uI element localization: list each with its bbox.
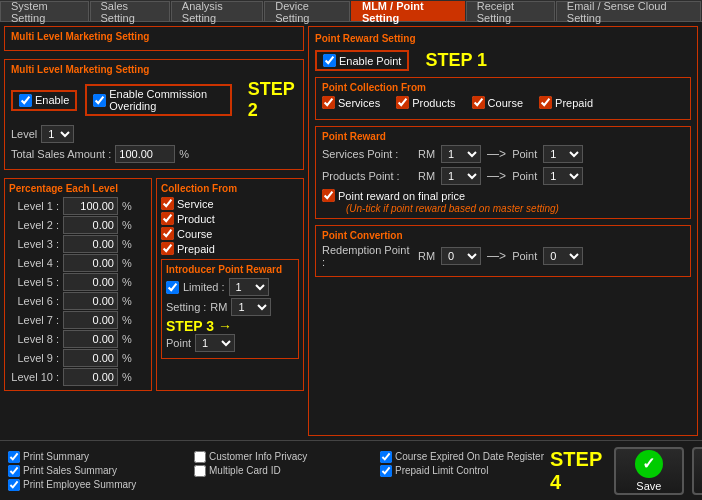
level-9-input[interactable] (63, 349, 118, 367)
prepaid-label: Prepaid (177, 243, 215, 255)
final-price-checkbox[interactable] (322, 189, 335, 202)
collection-section-title: Point Collection From (322, 82, 684, 93)
point-select[interactable]: 12 (195, 334, 235, 352)
enable-point-checkbox[interactable] (323, 54, 336, 67)
table-row: Level 10 : % (9, 368, 147, 386)
point-reward-subsection: Point Reward Services Point : RM 123 —> … (315, 126, 691, 219)
prepaid-limit-checkbox[interactable] (380, 465, 392, 477)
level-select[interactable]: 123 (41, 125, 74, 143)
redemption-rm-select[interactable]: 012 (441, 247, 481, 265)
save-button[interactable]: ✓ Save (614, 447, 684, 495)
limited-row: Limited : 12 (166, 278, 294, 296)
pt-services-checkbox[interactable] (322, 96, 335, 109)
final-price-wrap: Point reward on final price (322, 189, 684, 202)
enable-checkbox[interactable] (19, 94, 32, 107)
table-row: Level 1 : % (9, 197, 147, 215)
prepaid-checkbox-wrap: Prepaid (161, 242, 299, 255)
pt-products-checkbox[interactable] (396, 96, 409, 109)
tab-receipt[interactable]: Receipt Setting (466, 1, 555, 21)
course-expired-row: Course Expired On Date Register (380, 451, 550, 463)
limited-select[interactable]: 12 (229, 278, 269, 296)
close-button[interactable]: ✕ Close (692, 447, 702, 495)
tab-system[interactable]: System Setting (0, 1, 89, 21)
redemption-pt-select[interactable]: 012 (543, 247, 583, 265)
print-sales-label: Print Sales Summary (23, 465, 117, 476)
level-8-input[interactable] (63, 330, 118, 348)
tab-sales[interactable]: Sales Setting (90, 1, 170, 21)
services-rm-select[interactable]: 123 (441, 145, 481, 163)
pt-products-label: Products (412, 97, 455, 109)
print-sales-row: Print Sales Summary (8, 465, 178, 477)
customer-info-label: Customer Info Privacy (209, 451, 307, 462)
right-mid-section: Collection From Service Product Course (156, 178, 304, 391)
step1-label: STEP 1 (425, 50, 487, 71)
services-point-label: Services Point : (322, 148, 412, 160)
level-label: Level (11, 128, 37, 140)
pt-course-checkbox[interactable] (472, 96, 485, 109)
services-pt-select[interactable]: 123 (543, 145, 583, 163)
level-2-label: Level 2 : (9, 219, 59, 231)
course-checkbox-wrap: Course (161, 227, 299, 240)
limited-checkbox[interactable] (166, 281, 179, 294)
pt-products-wrap: Products (396, 96, 455, 109)
level-5-input[interactable] (63, 273, 118, 291)
tab-email[interactable]: Email / Sense Cloud Setting (556, 1, 701, 21)
product-checkbox[interactable] (161, 212, 174, 225)
multiple-card-checkbox[interactable] (194, 465, 206, 477)
point-label-i: Point (166, 337, 191, 349)
level-5-label: Level 5 : (9, 276, 59, 288)
print-sales-checkbox[interactable] (8, 465, 20, 477)
level-2-input[interactable] (63, 216, 118, 234)
level-10-input[interactable] (63, 368, 118, 386)
prepaid-limit-row: Prepaid Limit Control (380, 465, 550, 477)
percentage-title: Percentage Each Level (9, 183, 147, 194)
table-row: Level 2 : % (9, 216, 147, 234)
print-summary-checkbox[interactable] (8, 451, 20, 463)
level-6-input[interactable] (63, 292, 118, 310)
level-7-input[interactable] (63, 311, 118, 329)
pt-prepaid-wrap: Prepaid (539, 96, 593, 109)
pt-services-wrap: Services (322, 96, 380, 109)
note-wrap: (Un-tick if point reward based on master… (338, 202, 684, 214)
setting-select[interactable]: 12 (231, 298, 271, 316)
service-checkbox[interactable] (161, 197, 174, 210)
tab-device[interactable]: Device Setting (264, 1, 350, 21)
level-7-label: Level 7 : (9, 314, 59, 326)
conversion-title: Point Convertion (322, 230, 684, 241)
products-rm-select[interactable]: 123 (441, 167, 481, 185)
pt-prepaid-checkbox[interactable] (539, 96, 552, 109)
step2-label: STEP 2 (248, 79, 297, 121)
products-pt-label: Point (512, 170, 537, 182)
collection-from-title: Collection From (161, 183, 299, 194)
pt-course-wrap: Course (472, 96, 523, 109)
tab-analysis[interactable]: Analysis Setting (171, 1, 263, 21)
customer-info-checkbox[interactable] (194, 451, 206, 463)
level-1-label: Level 1 : (9, 200, 59, 212)
total-sales-input[interactable] (115, 145, 175, 163)
action-buttons: ✓ Save ✕ Close (614, 447, 702, 495)
table-row: Level 8 : % (9, 330, 147, 348)
redemption-arrow: —> (487, 249, 506, 263)
course-label: Course (177, 228, 212, 240)
level-4-input[interactable] (63, 254, 118, 272)
point-section-title: Point Reward Setting (315, 33, 691, 44)
commission-checkbox[interactable] (93, 94, 106, 107)
save-icon: ✓ (635, 450, 663, 478)
tab-mlm[interactable]: MLM / Point Setting (351, 1, 465, 21)
redemption-row: Redemption Point : RM 012 —> Point 012 (322, 244, 684, 268)
course-checkbox[interactable] (161, 227, 174, 240)
prepaid-limit-label: Prepaid Limit Control (395, 465, 488, 476)
point-collection-row: Services Products Course Prepaid (322, 96, 684, 109)
total-sales-row: Total Sales Amount : % (11, 145, 297, 163)
percentage-section: Percentage Each Level Level 1 : % Level … (4, 178, 152, 391)
prepaid-checkbox[interactable] (161, 242, 174, 255)
level-1-input[interactable] (63, 197, 118, 215)
print-employee-checkbox[interactable] (8, 479, 20, 491)
product-label: Product (177, 213, 215, 225)
collection-list: Service Product Course Prepaid (161, 197, 299, 255)
level-3-input[interactable] (63, 235, 118, 253)
course-expired-checkbox[interactable] (380, 451, 392, 463)
products-pt-select[interactable]: 123 (543, 167, 583, 185)
final-price-label: Point reward on final price (338, 190, 465, 202)
product-checkbox-wrap: Product (161, 212, 299, 225)
